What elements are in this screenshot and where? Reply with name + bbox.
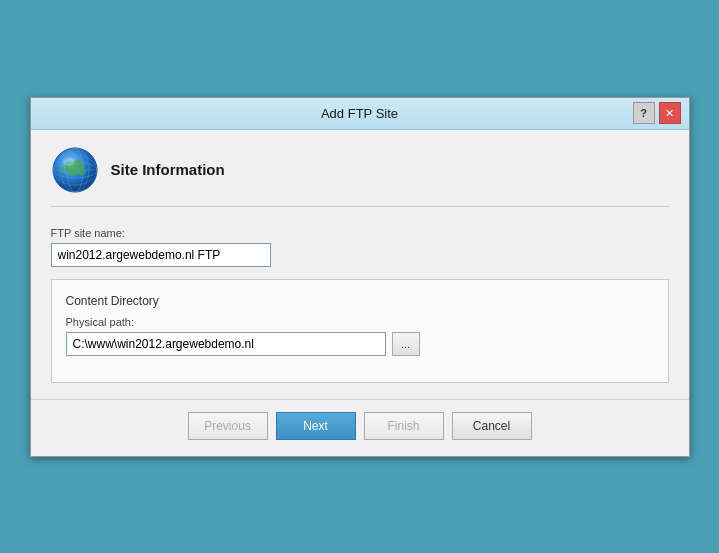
title-bar: Add FTP Site ? ✕ bbox=[31, 98, 689, 130]
close-button[interactable]: ✕ bbox=[659, 102, 681, 124]
physical-path-label: Physical path: bbox=[66, 316, 654, 328]
physical-path-group: Physical path: ... bbox=[66, 316, 654, 356]
browse-button[interactable]: ... bbox=[392, 332, 420, 356]
content-directory-label: Content Directory bbox=[66, 294, 654, 308]
header-section: Site Information bbox=[51, 146, 669, 207]
path-row: ... bbox=[66, 332, 654, 356]
physical-path-input[interactable] bbox=[66, 332, 386, 356]
site-name-group: FTP site name: bbox=[51, 227, 669, 267]
dialog-content: Site Information FTP site name: Content … bbox=[31, 130, 689, 399]
next-button[interactable]: Next bbox=[276, 412, 356, 440]
previous-button[interactable]: Previous bbox=[188, 412, 268, 440]
site-name-label: FTP site name: bbox=[51, 227, 669, 239]
cancel-button[interactable]: Cancel bbox=[452, 412, 532, 440]
dialog-title: Site Information bbox=[111, 161, 225, 178]
site-name-input[interactable] bbox=[51, 243, 271, 267]
svg-point-6 bbox=[63, 158, 75, 166]
dialog-footer: Previous Next Finish Cancel bbox=[31, 399, 689, 456]
window-title: Add FTP Site bbox=[87, 106, 633, 121]
title-bar-buttons: ? ✕ bbox=[633, 102, 681, 124]
help-button[interactable]: ? bbox=[633, 102, 655, 124]
globe-icon bbox=[51, 146, 99, 194]
finish-button[interactable]: Finish bbox=[364, 412, 444, 440]
main-window: Add FTP Site ? ✕ bbox=[30, 97, 690, 457]
